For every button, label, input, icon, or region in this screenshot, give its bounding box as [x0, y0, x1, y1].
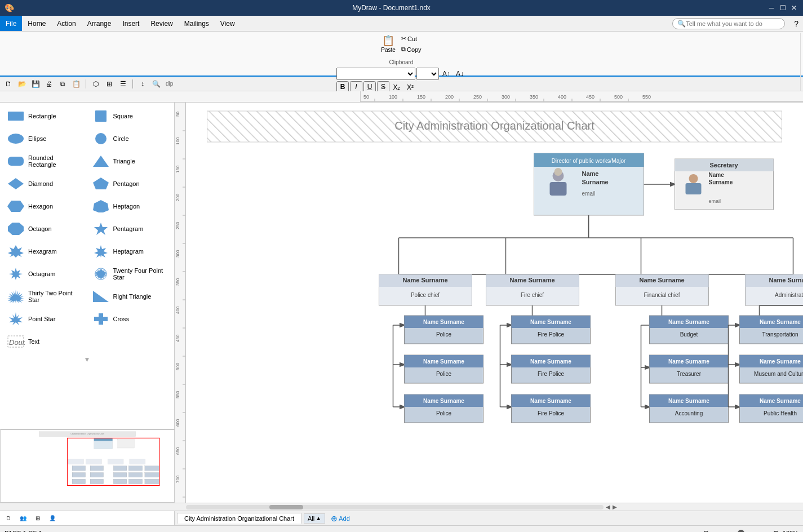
shape-rectangle[interactable]: Rectangle	[3, 106, 86, 126]
help-icon[interactable]: ?	[789, 19, 803, 28]
paste-tb-btn[interactable]: 📋	[70, 78, 82, 90]
list-view-btn[interactable]: ☰	[117, 78, 129, 90]
menu-action[interactable]: Action	[51, 16, 81, 31]
shape-right-triangle[interactable]: Right Triangle	[88, 286, 171, 307]
svg-marker-32	[8, 223, 24, 235]
svg-rect-217	[72, 472, 86, 477]
zoom-slider-thumb[interactable]	[738, 530, 744, 533]
shape-heptagon[interactable]: Heptagon	[88, 196, 171, 216]
sort-btn[interactable]: ↕	[136, 78, 149, 90]
org-chart-canvas: City Administration Organizational Chart…	[186, 103, 803, 503]
svg-text:500: 500	[175, 362, 180, 370]
maximize-btn[interactable]: ☐	[778, 3, 787, 12]
underline-btn[interactable]: U	[363, 81, 376, 92]
minimize-btn[interactable]: ─	[767, 3, 776, 12]
svg-text:Name Surname: Name Surname	[423, 319, 464, 325]
horizontal-ruler: 50 100 150 200 250 300 350 400 450 500 5…	[0, 91, 803, 103]
shape-triangle[interactable]: Triangle	[88, 151, 171, 171]
svg-marker-41	[9, 312, 23, 325]
shape-ellipse[interactable]: Ellipse	[3, 128, 86, 149]
svg-text:600: 600	[175, 419, 180, 427]
shape-text[interactable]: Double click and type your text Text	[3, 331, 86, 352]
svg-text:50: 50	[363, 94, 369, 100]
shape-24-point-star[interactable]: Twenty Four Point Star	[88, 264, 171, 284]
search-input[interactable]	[686, 20, 776, 27]
preview-grid-btn[interactable]: ⊞	[32, 512, 44, 525]
svg-text:Surname: Surname	[582, 179, 609, 185]
shape-square[interactable]: Square	[88, 106, 171, 126]
copy-tb-btn[interactable]: ⧉	[56, 78, 69, 90]
shape-circle[interactable]: Circle	[88, 128, 171, 149]
shape-rounded-rect[interactable]: Rounded Rectangle	[3, 151, 86, 171]
open-file-btn[interactable]: 📂	[16, 78, 28, 90]
svg-text:700: 700	[175, 475, 180, 483]
shrink-font-btn[interactable]: A↓	[454, 68, 466, 80]
zoom-out-btn[interactable]: ⊖	[703, 529, 709, 533]
zoom-in-btn[interactable]: ⊕	[773, 529, 779, 533]
svg-text:200: 200	[445, 94, 454, 100]
svg-rect-230	[145, 479, 159, 484]
svg-text:Secretary: Secretary	[709, 162, 738, 169]
close-btn[interactable]: ✕	[789, 3, 798, 12]
ribbon: 📋 Paste ✂Cut ⧉Copy Clipboard A↑ A↓	[0, 32, 803, 77]
svg-rect-228	[145, 466, 159, 471]
cut-btn[interactable]: ✂Cut	[399, 34, 424, 43]
svg-text:Name Surname: Name Surname	[423, 358, 464, 365]
grow-font-btn[interactable]: A↑	[440, 68, 452, 80]
shape-octagram[interactable]: Octagram	[3, 264, 86, 284]
shape-hexagram[interactable]: Hexagram	[3, 241, 86, 261]
new-file-btn[interactable]: 🗋	[2, 78, 15, 90]
canvas-area[interactable]: City Administration Organizational Chart…	[186, 103, 803, 503]
window-controls: ─ ☐ ✕	[767, 3, 798, 12]
menu-file[interactable]: File	[0, 16, 22, 31]
svg-rect-229	[145, 472, 159, 477]
add-tab-btn[interactable]: ⊕ Add	[327, 513, 353, 524]
menu-mailings[interactable]: Mailings	[179, 16, 215, 31]
search-tb-btn[interactable]: 🔍	[150, 78, 162, 90]
scrollbar-thumb-h[interactable]	[269, 505, 303, 509]
svg-text:350: 350	[175, 278, 180, 286]
copy-btn[interactable]: ⧉Copy	[399, 45, 424, 54]
svg-text:100: 100	[175, 137, 180, 145]
svg-rect-98	[686, 183, 702, 194]
vertical-ruler: 50 100 150 200 250 300 350 400 450 500	[175, 103, 186, 503]
save-btn[interactable]: 💾	[29, 78, 42, 90]
svg-text:Museum and Culture: Museum and Culture	[754, 371, 803, 377]
strikethrough-btn[interactable]: S	[377, 81, 389, 92]
menu-arrange[interactable]: Arrange	[82, 16, 117, 31]
menu-home[interactable]: Home	[22, 16, 51, 31]
select-all-btn[interactable]: ⬡	[90, 78, 102, 90]
preview-zoom-btn[interactable]: 👥	[17, 512, 29, 525]
font-size-select[interactable]	[416, 68, 439, 80]
shape-heptagram[interactable]: Heptagram	[88, 241, 171, 261]
print-btn[interactable]: 🖨	[43, 78, 55, 90]
shape-6-point-star[interactable]: Point Star	[3, 309, 86, 329]
svg-marker-33	[94, 223, 108, 235]
shape-cross[interactable]: Cross	[88, 309, 171, 329]
menu-review[interactable]: Review	[145, 16, 178, 31]
shape-hexagon[interactable]: Hexagon	[3, 196, 86, 216]
svg-marker-31	[93, 200, 109, 212]
paste-btn[interactable]: 📋 Paste	[379, 34, 398, 54]
svg-text:Name Surname: Name Surname	[760, 319, 801, 325]
menu-insert[interactable]: Insert	[117, 16, 145, 31]
svg-text:Surname: Surname	[709, 179, 733, 185]
bold-btn[interactable]: B	[336, 81, 349, 92]
grid-btn[interactable]: ⊞	[103, 78, 116, 90]
shape-octagon[interactable]: Octagon	[3, 219, 86, 239]
search-bar[interactable]: 🔍	[672, 18, 785, 29]
shape-diamond[interactable]: Diamond	[3, 174, 86, 194]
shape-point-star[interactable]: Thirty Two Point Star	[3, 286, 86, 307]
svg-rect-80	[550, 182, 567, 196]
shape-pentagon[interactable]: Pentagon	[88, 174, 171, 194]
tab-city-admin[interactable]: City Administration Organizational Chart	[177, 513, 301, 524]
preview-person-btn[interactable]: 👤	[46, 512, 59, 525]
shape-pentagram[interactable]: Pentagram	[88, 219, 171, 239]
tab-all[interactable]: All ▲	[304, 513, 325, 524]
horizontal-scrollbar[interactable]: ◀ ▶	[0, 503, 803, 511]
italic-btn[interactable]: I	[350, 81, 362, 92]
menu-view[interactable]: View	[215, 16, 241, 31]
preview-page-btn[interactable]: 🗋	[2, 512, 15, 525]
svg-text:Police: Police	[436, 410, 452, 416]
font-family-select[interactable]	[336, 68, 415, 80]
